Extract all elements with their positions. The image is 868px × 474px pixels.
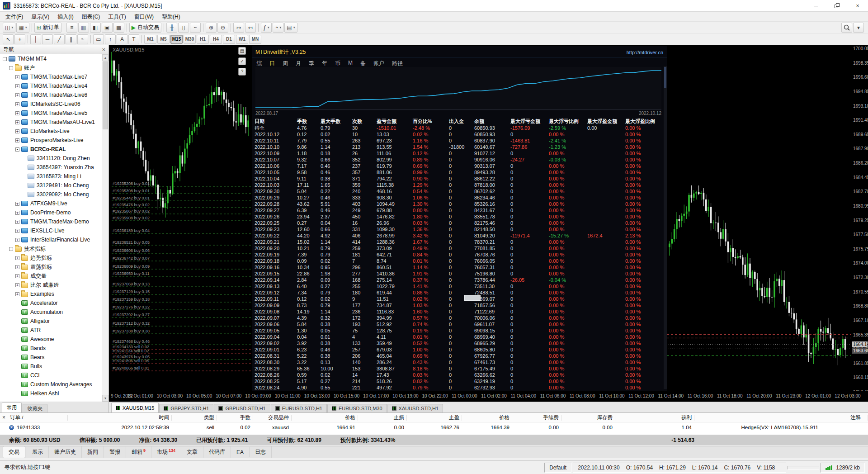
stats-column-header[interactable]: 日期 bbox=[255, 118, 297, 125]
timeframe-h4-button[interactable]: H4 bbox=[210, 35, 222, 44]
nav-item-tmgm-trademaxau-live1[interactable]: +TMGM.TradeMaxAU-Live1 bbox=[0, 118, 102, 127]
bar-chart-mode-button[interactable]: ╫ bbox=[166, 23, 177, 33]
terminal-tab-新闻[interactable]: 新闻 bbox=[82, 446, 104, 458]
price-axis[interactable]: 1700.051698.351696.601694.851693.101691.… bbox=[851, 45, 868, 391]
nav-item-tmgm-trademax-live7[interactable]: +TMGM.TradeMax-Live7 bbox=[0, 72, 102, 81]
scroll-up-icon[interactable]: ▲ bbox=[102, 54, 108, 61]
overlay-menu-币[interactable]: 币 bbox=[335, 60, 340, 67]
terminal-column-header[interactable]: 交易品种 bbox=[253, 413, 292, 422]
stats-column-header[interactable]: 最大手数 bbox=[321, 118, 352, 125]
nav-item-custom-moving-averages[interactable]: fCustom Moving Averages bbox=[0, 380, 102, 389]
nav-item-bears[interactable]: fBears bbox=[0, 353, 102, 362]
tree-expander[interactable]: + bbox=[15, 283, 19, 287]
terminal-column-header[interactable]: 获利 bbox=[615, 413, 694, 422]
menu-item-5[interactable]: 窗口(W) bbox=[130, 12, 158, 22]
nav-item--[interactable]: +趋势指标 bbox=[0, 253, 102, 262]
nav-item-heiken-ashi[interactable]: fHeiken Ashi bbox=[0, 389, 102, 398]
nav-item-bulls[interactable]: fBulls bbox=[0, 362, 102, 371]
overlay-menu-周[interactable]: 周 bbox=[283, 60, 288, 67]
time-axis[interactable]: 9 Oct 202210 Oct 01:0010 Oct 03:0010 Oct… bbox=[109, 391, 868, 402]
nav-item-interstellarfinancial-live[interactable]: +InterStellarFinancial-Live bbox=[0, 235, 102, 244]
overlay-menu-账户[interactable]: 账户 bbox=[373, 60, 384, 67]
timeframe-m5-button[interactable]: M5 bbox=[157, 35, 170, 44]
terminal-tab-交易[interactable]: 交易 bbox=[3, 446, 25, 458]
periods-list-button[interactable]: ◔▾ bbox=[273, 23, 283, 33]
nav-item--[interactable]: -账户 bbox=[0, 63, 102, 72]
tree-expander[interactable]: + bbox=[15, 75, 19, 79]
chart-plot[interactable]: XAUUSD,M15 ▤✓? MTDriver统计 ,V3.25 http://… bbox=[109, 45, 851, 391]
cursor-button[interactable]: ↖ bbox=[3, 34, 14, 44]
overlay-url-link[interactable]: http://mtdriver.cn bbox=[627, 50, 663, 55]
stats-column-header[interactable]: 次数 bbox=[352, 118, 377, 125]
tree-expander[interactable]: + bbox=[15, 292, 19, 296]
tree-expander[interactable]: + bbox=[15, 111, 19, 115]
text-button[interactable]: A bbox=[117, 34, 127, 44]
tree-expander[interactable]: + bbox=[15, 120, 19, 124]
nav-item-atr[interactable]: fATR bbox=[0, 326, 102, 335]
menu-item-3[interactable]: 图表(C) bbox=[78, 12, 104, 22]
stats-panel-apply-button[interactable]: ✓ bbox=[238, 57, 246, 65]
new-chart-button[interactable]: ◫▾ bbox=[3, 23, 15, 33]
autotrading-button[interactable]: ▶自动交易 bbox=[129, 23, 161, 33]
terminal-tab-文章[interactable]: 文章 bbox=[181, 446, 203, 458]
terminal-tab-代码库[interactable]: 代码库 bbox=[203, 446, 231, 458]
navigator-scrollbar-thumb[interactable] bbox=[103, 62, 108, 129]
tree-expander[interactable]: - bbox=[9, 66, 13, 70]
stats-column-header[interactable]: 手数 bbox=[297, 118, 321, 125]
strategy-tester-button[interactable]: ▩ bbox=[113, 23, 124, 33]
navigator-tab-常用[interactable]: 常用 bbox=[2, 403, 22, 412]
new-order-button[interactable]: ⊞新订单 bbox=[34, 23, 61, 33]
terminal-tab-警报[interactable]: 警报 bbox=[104, 446, 126, 458]
nav-item-cci[interactable]: fCCI bbox=[0, 371, 102, 380]
overlay-scrollbar[interactable] bbox=[664, 66, 667, 389]
nav-item-dooprime-demo[interactable]: +DooPrime-Demo bbox=[0, 208, 102, 217]
terminal-column-header[interactable]: 手续费 bbox=[512, 413, 561, 422]
open-order-row[interactable]: ▼192413332022.10.12 02:59:39sell0.02xauu… bbox=[0, 422, 868, 432]
navigator-toggle-button[interactable]: ◧ bbox=[90, 23, 101, 33]
chart-tab-eurusd-std-m30[interactable]: EURUSD-STD,M30 bbox=[327, 404, 387, 412]
terminal-column-header[interactable]: 注释 bbox=[694, 413, 868, 422]
terminal-tab-邮箱[interactable]: 邮箱9 bbox=[126, 446, 151, 458]
overlay-menu-路径[interactable]: 路径 bbox=[392, 60, 403, 67]
nav-item-33411120-dong-zhen[interactable]: 33411120: Dong Zhen bbox=[0, 154, 102, 163]
tree-expander[interactable]: + bbox=[15, 84, 19, 88]
fibonacci-retracement-button[interactable]: ≈ bbox=[77, 34, 88, 44]
candlestick-mode-button[interactable]: ▯ bbox=[178, 23, 189, 33]
line-chart-mode-button[interactable]: ~ bbox=[190, 23, 201, 33]
nav-item-alligator[interactable]: fAlligator bbox=[0, 317, 102, 326]
nav-item-bands[interactable]: fBands bbox=[0, 344, 102, 353]
nav-item-awesome[interactable]: fAwesome bbox=[0, 335, 102, 344]
tree-expander[interactable]: + bbox=[15, 265, 19, 269]
stats-column-header[interactable]: 最大浮盈比例 bbox=[625, 118, 664, 125]
nav-item-tmgm-trademax-demo[interactable]: +TMGM.TradeMax-Demo bbox=[0, 217, 102, 226]
chart-tab-xauusd-m15[interactable]: XAUUSD,M15 bbox=[111, 403, 159, 412]
tree-expander[interactable]: - bbox=[15, 147, 19, 152]
menu-item-6[interactable]: 帮助(H) bbox=[158, 12, 184, 22]
arrows-button[interactable]: ↑ bbox=[105, 34, 116, 44]
overlay-menu-季[interactable]: 季 bbox=[309, 60, 314, 67]
crosshair-button[interactable]: + bbox=[14, 34, 25, 44]
stats-column-header[interactable]: 百分比% bbox=[413, 118, 449, 125]
templates-button[interactable]: ▤▾ bbox=[284, 23, 297, 33]
terminal-tab-日志[interactable]: 日志 bbox=[250, 446, 272, 458]
nav-item-33165873-ming-li[interactable]: 33165873: Ming Li bbox=[0, 172, 102, 181]
nav-item-33654397-yuanxin-zha[interactable]: 33654397: Yuanxin Zha bbox=[0, 163, 102, 172]
auto-scroll-button[interactable]: ↦ bbox=[233, 23, 244, 33]
overlay-menu-日[interactable]: 日 bbox=[269, 60, 275, 67]
timeframe-m15-button[interactable]: M15 bbox=[170, 35, 183, 44]
terminal-tab-EA[interactable]: EA bbox=[231, 447, 250, 457]
indicators-list-button[interactable]: ƒ▾ bbox=[261, 23, 272, 33]
terminal-column-header[interactable]: 手数 bbox=[217, 413, 253, 422]
tree-expander[interactable]: + bbox=[15, 238, 19, 242]
nav-item-accelerator[interactable]: fAccelerator bbox=[0, 299, 102, 308]
terminal-tab-市场[interactable]: 市场134 bbox=[151, 446, 181, 458]
overlay-menu-M[interactable]: M bbox=[348, 60, 353, 67]
nav-item-examples[interactable]: +Examples bbox=[0, 289, 102, 299]
overlay-menu-月[interactable]: 月 bbox=[296, 60, 301, 67]
tree-expander[interactable]: + bbox=[15, 138, 19, 142]
close-button[interactable]: × bbox=[847, 0, 868, 11]
nav-item-33129491-mo-cheng[interactable]: 33129491: Mo Cheng bbox=[0, 181, 102, 190]
timeframe-m30-button[interactable]: M30 bbox=[184, 35, 196, 44]
chart-tab-gbpjpy-std-h1[interactable]: GBPJPY-STD,H1 bbox=[159, 404, 213, 412]
timeframe-w1-button[interactable]: W1 bbox=[236, 35, 248, 44]
